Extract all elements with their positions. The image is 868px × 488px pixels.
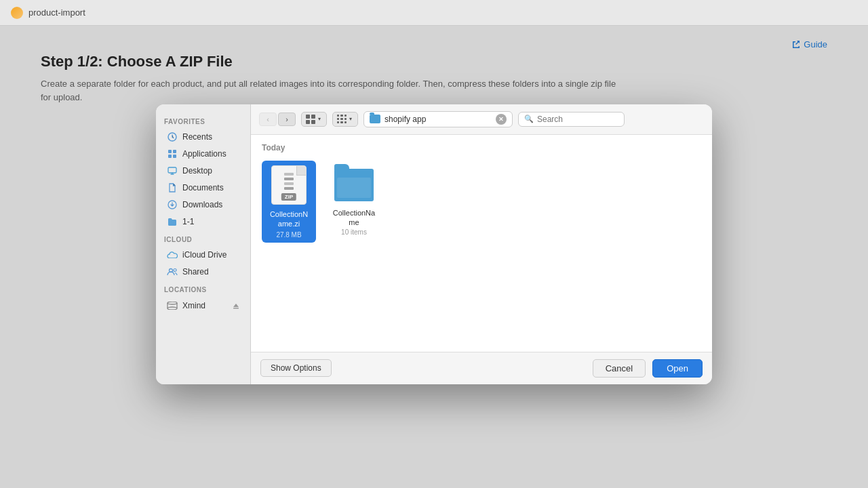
svg-rect-3	[168, 155, 172, 158]
section-date-label: Today	[262, 143, 701, 152]
sidebar-item-xmind[interactable]: Xmind	[159, 297, 248, 314]
sidebar-item-1-1[interactable]: 1-1	[159, 214, 248, 230]
svg-rect-4	[173, 155, 176, 158]
sidebar-item-recents[interactable]: Recents	[159, 129, 248, 145]
location-breadcrumb[interactable]: shopify app ✕	[363, 111, 513, 127]
nav-buttons: ‹ ›	[259, 113, 296, 126]
zip-badge: ZIP	[281, 193, 296, 201]
recents-label: Recents	[182, 132, 212, 142]
footer-action-buttons: Cancel Open	[593, 359, 703, 378]
modal-overlay: Favorites Recents Applications	[0, 0, 868, 488]
picker-footer: Show Options Cancel Open	[251, 352, 712, 384]
chevron-down-icon-2: ▾	[349, 116, 352, 122]
zip-file-name: CollectionName.zi	[266, 208, 312, 230]
location-folder-icon	[370, 115, 380, 123]
search-icon: 🔍	[524, 115, 534, 123]
svg-rect-5	[168, 167, 176, 173]
grid-view-icon	[306, 115, 315, 124]
applications-label: Applications	[182, 149, 226, 159]
icloud-icon	[167, 249, 178, 260]
picker-sidebar: Favorites Recents Applications	[156, 104, 251, 384]
folder-file-name: CollectionName	[331, 208, 377, 228]
search-box: 🔍	[518, 112, 625, 127]
svg-rect-12	[233, 308, 239, 309]
desktop-label: Desktop	[182, 166, 212, 176]
picker-body: Favorites Recents Applications	[156, 104, 712, 384]
svg-point-8	[174, 268, 176, 271]
files-grid: ZIP CollectionName.zi 27.8 MB	[262, 161, 701, 243]
desktop-icon	[167, 165, 178, 176]
cancel-button[interactable]: Cancel	[593, 359, 646, 378]
view-button-small[interactable]: ▾	[301, 112, 327, 127]
sidebar-item-downloads[interactable]: Downloads	[159, 197, 248, 213]
search-input[interactable]	[537, 115, 618, 124]
sidebar-item-shared[interactable]: Shared	[159, 264, 248, 280]
location-clear-button[interactable]: ✕	[496, 114, 507, 125]
picker-toolbar: ‹ › ▾	[251, 104, 712, 135]
shared-icon	[167, 266, 178, 277]
sidebar-item-applications[interactable]: Applications	[159, 146, 248, 162]
show-options-button[interactable]: Show Options	[260, 359, 332, 377]
drive-icon	[167, 300, 178, 311]
document-icon	[167, 182, 178, 193]
folder-icon-shape	[334, 169, 374, 201]
xmind-label: Xmind	[182, 301, 205, 310]
sidebar-item-icloud-drive[interactable]: iCloud Drive	[159, 247, 248, 263]
view-button-large[interactable]: ▾	[332, 112, 358, 127]
location-name: shopify app	[384, 115, 492, 124]
icloud-section-label: iCloud	[156, 230, 250, 246]
downloads-label: Downloads	[182, 200, 222, 209]
folder-icon-wrap	[334, 165, 374, 205]
chevron-down-icon: ▾	[318, 116, 321, 122]
folder-icon-1-1	[167, 216, 178, 227]
file-item-zip[interactable]: ZIP CollectionName.zi 27.8 MB	[262, 161, 316, 243]
zip-icon: ZIP	[271, 165, 307, 205]
eject-icon	[233, 300, 239, 312]
open-button[interactable]: Open	[652, 359, 703, 378]
svg-rect-2	[173, 150, 176, 153]
svg-point-11	[167, 302, 177, 304]
back-button[interactable]: ‹	[259, 113, 277, 126]
icloud-drive-label: iCloud Drive	[182, 250, 226, 260]
downloads-icon	[167, 199, 178, 210]
zip-file-size: 27.8 MB	[276, 231, 301, 239]
clock-icon	[167, 131, 178, 142]
forward-button[interactable]: ›	[278, 113, 296, 126]
applications-icon	[167, 148, 178, 159]
shared-label: Shared	[182, 267, 209, 277]
zip-file-icon-wrap: ZIP	[269, 165, 309, 205]
svg-rect-1	[168, 150, 172, 153]
picker-right-panel: ‹ › ▾	[251, 104, 712, 384]
documents-label: Documents	[182, 183, 224, 192]
file-item-folder[interactable]: CollectionName 10 items	[327, 161, 381, 243]
sidebar-item-documents[interactable]: Documents	[159, 180, 248, 196]
folder-file-size: 10 items	[341, 228, 367, 236]
file-picker-dialog: Favorites Recents Applications	[156, 104, 712, 384]
sidebar-item-desktop[interactable]: Desktop	[159, 163, 248, 179]
large-grid-icon	[337, 115, 347, 124]
favorites-section-label: Favorites	[156, 113, 250, 128]
svg-point-9	[167, 307, 177, 310]
picker-main: Today	[251, 135, 712, 352]
1-1-label: 1-1	[182, 217, 194, 226]
locations-section-label: Locations	[156, 281, 250, 296]
